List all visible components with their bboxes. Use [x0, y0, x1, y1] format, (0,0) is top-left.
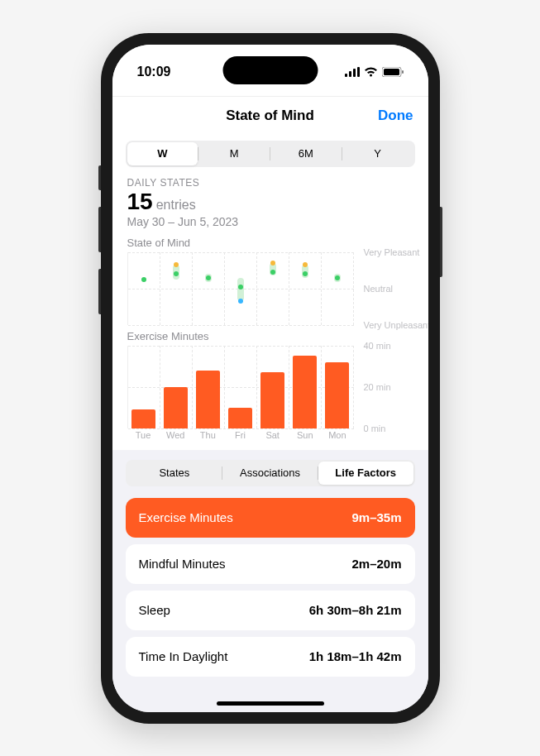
- nav-bar: State of Mind Done: [112, 96, 428, 136]
- x-axis-label: Sun: [289, 430, 321, 440]
- summary-block: DAILY STATES 15 entries May 30 – Jun 5, …: [112, 172, 428, 232]
- life-factors-panel: States Associations Life Factors Exercis…: [112, 450, 428, 712]
- svg-rect-2: [353, 69, 356, 77]
- x-axis-label: Tue: [127, 430, 160, 440]
- svg-rect-3: [357, 67, 360, 77]
- life-factor-row[interactable]: Sleep6h 30m–8h 21m: [126, 591, 415, 630]
- chart-column: [193, 346, 225, 428]
- life-factor-label: Exercise Minutes: [139, 510, 233, 524]
- x-axis-label: Fri: [224, 430, 256, 440]
- data-point: [238, 299, 243, 304]
- detail-segmented-control[interactable]: States Associations Life Factors: [126, 460, 415, 486]
- x-axis-label: Sat: [256, 430, 289, 440]
- life-factor-row[interactable]: Mindful Minutes2m–20m: [126, 544, 415, 584]
- chart-column: [257, 252, 289, 325]
- y-axis-label: Neutral: [364, 283, 393, 293]
- bar: [228, 408, 252, 428]
- bar: [131, 409, 155, 428]
- dynamic-island: [222, 56, 318, 84]
- data-point: [270, 270, 275, 275]
- wifi-icon: [364, 67, 378, 77]
- exercise-minutes-chart: Exercise Minutes 0 min20 min40 min TueWe…: [112, 325, 428, 440]
- date-range: May 30 – Jun 5, 2023: [127, 215, 413, 228]
- x-axis-label: Wed: [160, 430, 192, 440]
- battery-icon: [382, 67, 404, 77]
- data-point: [303, 271, 308, 276]
- life-factor-value: 9m–35m: [351, 510, 401, 524]
- life-factor-value: 1h 18m–1h 42m: [309, 649, 402, 663]
- chart-column: [225, 346, 257, 428]
- life-factor-label: Mindful Minutes: [139, 557, 226, 571]
- chart-column: [128, 346, 160, 428]
- bar: [325, 362, 349, 428]
- cellular-icon: [345, 67, 360, 77]
- y-axis-label: 40 min: [364, 341, 391, 351]
- svg-rect-5: [384, 69, 399, 75]
- life-factor-row[interactable]: Time In Daylight1h 18m–1h 42m: [126, 637, 415, 677]
- data-point: [174, 271, 179, 276]
- bar: [260, 372, 284, 428]
- chart-column: [322, 346, 354, 428]
- detail-tab-associations[interactable]: Associations: [222, 462, 318, 485]
- svg-rect-1: [349, 71, 351, 77]
- period-tab-w[interactable]: W: [127, 142, 198, 165]
- bar: [293, 356, 317, 428]
- life-factor-value: 6h 30m–8h 21m: [309, 603, 402, 617]
- chart-column: [128, 252, 160, 325]
- period-tab-m[interactable]: M: [198, 142, 270, 165]
- summary-label: DAILY STATES: [127, 177, 413, 189]
- data-point: [335, 275, 340, 280]
- bar: [196, 371, 220, 428]
- home-indicator[interactable]: [217, 701, 324, 706]
- chart-column: [289, 346, 322, 428]
- done-button[interactable]: Done: [378, 108, 413, 124]
- y-axis-label: 0 min: [364, 423, 386, 433]
- life-factor-row[interactable]: Exercise Minutes9m–35m: [126, 498, 415, 538]
- chart-column: [257, 346, 289, 428]
- data-point: [141, 277, 146, 282]
- page-title: State of Mind: [226, 108, 314, 124]
- y-axis-label: 20 min: [364, 382, 391, 392]
- entry-unit: entries: [156, 198, 196, 213]
- period-tab-6m[interactable]: 6M: [270, 142, 342, 165]
- life-factor-label: Sleep: [139, 603, 170, 617]
- data-point: [174, 262, 179, 267]
- period-segmented-control[interactable]: W M 6M Y: [126, 141, 415, 167]
- life-factor-label: Time In Daylight: [139, 649, 228, 663]
- period-tab-y[interactable]: Y: [342, 142, 413, 165]
- data-point: [270, 261, 275, 266]
- entry-count: 15: [127, 189, 153, 215]
- chart-column: [193, 252, 225, 325]
- phone-frame: 10:09 State of Mind Done W M 6M Y DA: [101, 33, 440, 724]
- detail-tab-states[interactable]: States: [127, 462, 222, 485]
- data-point: [206, 275, 211, 280]
- y-axis-label: Very Unpleasant: [364, 319, 428, 329]
- detail-tab-life-factors[interactable]: Life Factors: [318, 462, 413, 485]
- chart-column: [160, 346, 193, 428]
- x-axis-label: Mon: [321, 430, 353, 440]
- y-axis-label: Very Pleasant: [364, 246, 420, 256]
- state-of-mind-chart: State of Mind Very PleasantNeutralVery U…: [112, 232, 428, 325]
- svg-rect-6: [402, 70, 404, 74]
- x-axis-label: Thu: [192, 430, 224, 440]
- status-time: 10:09: [137, 65, 171, 79]
- data-point: [303, 262, 308, 267]
- life-factor-value: 2m–20m: [351, 557, 401, 571]
- chart-column: [225, 252, 257, 325]
- chart-column: [289, 252, 322, 325]
- bar: [164, 387, 188, 428]
- chart-column: [160, 252, 193, 325]
- svg-rect-0: [345, 74, 347, 77]
- chart-column: [322, 252, 354, 325]
- data-point: [238, 285, 243, 289]
- status-icons: [345, 67, 404, 77]
